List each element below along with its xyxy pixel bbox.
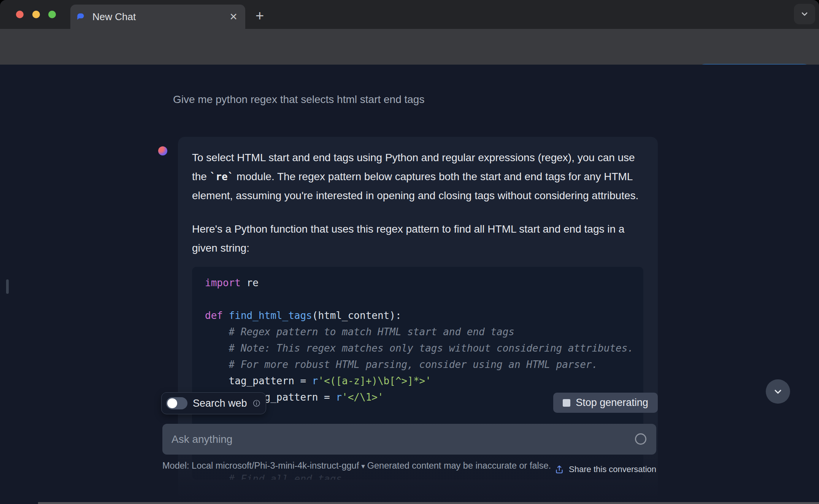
stop-square-icon xyxy=(563,399,570,407)
inline-code-re: `re` xyxy=(210,171,234,182)
model-caret-icon[interactable]: ▾ xyxy=(361,462,365,470)
model-footer: Model: Local microsoft/Phi-3-mini-4k-ins… xyxy=(162,459,565,473)
new-tab-button[interactable]: + xyxy=(252,8,267,23)
search-web-chip: Search web xyxy=(161,392,266,414)
minimize-window-button[interactable] xyxy=(32,11,40,18)
message-input-bar xyxy=(162,424,656,455)
close-window-button[interactable] xyxy=(16,11,24,18)
message-input[interactable] xyxy=(162,424,656,455)
share-upload-icon xyxy=(554,464,564,474)
code-comment: # Note: This regex matches only tags wit… xyxy=(205,340,643,357)
sidebar-drag-handle[interactable] xyxy=(6,279,9,294)
tab-title: New Chat xyxy=(92,11,136,23)
code-line: def find_html_tags(html_content): xyxy=(205,307,643,324)
toggle-knob xyxy=(167,398,177,408)
footer-model-text: Model: Local microsoft/Phi-3-mini-4k-ins… xyxy=(162,461,359,471)
stop-generating-label: Stop generating xyxy=(576,397,648,409)
assistant-paragraph-2: Here's a Python function that uses this … xyxy=(192,220,641,258)
share-conversation-link[interactable]: Share this conversation xyxy=(554,464,656,474)
code-line: tag_pattern = r'<([a-z]+)\b[^>]*>' xyxy=(205,373,643,389)
browser-window: New Chat ✕ + xyxy=(0,0,819,504)
chevron-down-icon xyxy=(800,10,809,19)
share-conversation-label: Share this conversation xyxy=(569,464,656,474)
info-icon[interactable] xyxy=(252,399,260,408)
code-line: import re xyxy=(205,275,643,291)
tab-search-chevron-button[interactable] xyxy=(794,4,815,24)
assistant-avatar xyxy=(158,146,167,155)
chat-bubble-icon xyxy=(76,12,86,22)
stop-generating-button[interactable]: Stop generating xyxy=(553,393,658,413)
assistant-paragraph-1: To select HTML start and end tags using … xyxy=(192,148,641,205)
scroll-to-bottom-button[interactable] xyxy=(766,379,790,404)
search-web-toggle[interactable] xyxy=(166,397,187,409)
code-comment: # Regex pattern to match HTML start and … xyxy=(205,324,643,340)
tab-strip: New Chat ✕ + xyxy=(0,0,819,29)
close-tab-icon[interactable]: ✕ xyxy=(229,12,238,22)
browser-toolbar: localhost:5173/conversation/665727c45da9… xyxy=(0,29,819,65)
fullscreen-window-button[interactable] xyxy=(48,11,56,18)
search-web-label: Search web xyxy=(193,398,247,409)
chat-page: Give me python regex that selects html s… xyxy=(0,65,819,504)
code-comment: # For more robust HTML parsing, consider… xyxy=(205,357,643,373)
code-line-blank xyxy=(205,291,643,307)
user-message: Give me python regex that selects html s… xyxy=(173,94,424,106)
spinner-ring-icon xyxy=(635,433,646,445)
footer-warning-text: Generated content may be inaccurate or f… xyxy=(367,461,551,471)
window-bottom-edge xyxy=(38,502,819,504)
tab-new-chat[interactable]: New Chat ✕ xyxy=(70,5,245,29)
chevron-down-icon xyxy=(773,386,783,397)
